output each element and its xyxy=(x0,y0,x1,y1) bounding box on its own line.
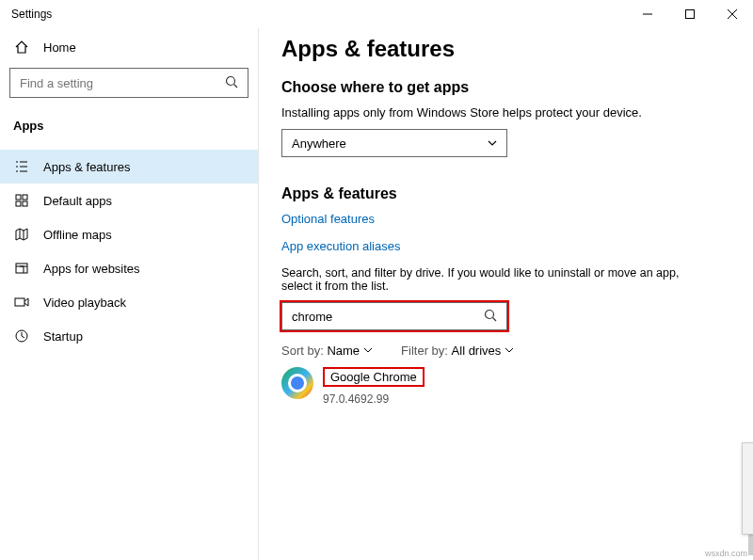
filter-dropdown[interactable]: All drives xyxy=(452,344,515,358)
app-version: 97.0.4692.99 xyxy=(323,392,425,406)
default-apps-icon xyxy=(13,193,30,208)
svg-rect-15 xyxy=(23,201,27,206)
app-search-input[interactable] xyxy=(292,310,484,324)
home-icon xyxy=(13,40,30,55)
sidebar-item-startup[interactable]: Startup xyxy=(0,319,258,353)
svg-rect-14 xyxy=(16,201,21,206)
home-label: Home xyxy=(43,40,76,55)
websites-icon xyxy=(13,261,30,276)
startup-icon xyxy=(13,328,30,344)
subheading-source: Choose where to get apps xyxy=(281,79,730,96)
svg-rect-20 xyxy=(15,298,24,306)
video-icon xyxy=(13,295,30,310)
svg-rect-1 xyxy=(685,10,694,19)
sidebar-item-default-apps[interactable]: Default apps xyxy=(0,184,258,217)
svg-line-23 xyxy=(22,336,24,338)
sidebar-nav-list: Apps & features Default apps Offline map… xyxy=(0,150,258,353)
sidebar-item-label: Apps for websites xyxy=(43,262,140,276)
sidebar-search[interactable] xyxy=(9,68,248,98)
link-optional-features[interactable]: Optional features xyxy=(281,212,730,226)
search-icon xyxy=(225,75,238,91)
sidebar-item-label: Offline maps xyxy=(43,228,112,242)
sidebar: Home Apps Apps & features Default apps O… xyxy=(0,28,259,560)
svg-point-24 xyxy=(486,310,494,318)
maximize-button[interactable] xyxy=(668,0,711,28)
chevron-down-icon xyxy=(488,136,497,151)
svg-line-25 xyxy=(493,317,497,321)
chevron-down-icon xyxy=(505,344,514,358)
sort-dropdown[interactable]: Name xyxy=(327,344,373,358)
sort-label: Sort by: xyxy=(281,344,324,358)
svg-line-5 xyxy=(234,84,238,88)
app-name: Google Chrome xyxy=(323,367,425,387)
home-nav[interactable]: Home xyxy=(0,32,258,62)
filter-description: Search, sort, and filter by drive. If yo… xyxy=(281,266,696,293)
sidebar-item-offline-maps[interactable]: Offline maps xyxy=(0,217,258,251)
map-icon xyxy=(13,227,30,242)
app-list-item[interactable]: Google Chrome 97.0.4692.99 xyxy=(281,367,696,406)
link-app-execution-aliases[interactable]: App execution aliases xyxy=(281,239,730,253)
titlebar: Settings xyxy=(0,0,753,28)
apps-list-icon xyxy=(13,159,30,174)
sidebar-item-apps-features[interactable]: Apps & features xyxy=(0,150,258,184)
page-heading: Apps & features xyxy=(281,36,730,62)
close-button[interactable] xyxy=(711,0,753,28)
sidebar-item-label: Apps & features xyxy=(43,160,131,174)
watermark-text: wsxdn.com xyxy=(705,549,747,558)
search-icon xyxy=(484,309,497,325)
sidebar-item-label: Video playback xyxy=(43,296,126,310)
app-source-value: Anywhere xyxy=(292,136,346,151)
sidebar-item-label: Startup xyxy=(43,329,83,344)
section2-heading: Apps & features xyxy=(281,185,730,202)
sidebar-section-label: Apps xyxy=(0,111,258,140)
chevron-down-icon xyxy=(363,344,373,358)
svg-point-4 xyxy=(227,76,235,85)
chrome-icon xyxy=(281,367,313,399)
app-search[interactable] xyxy=(281,302,507,330)
sidebar-item-apps-for-websites[interactable]: Apps for websites xyxy=(0,251,258,285)
sort-filter-row: Sort by: Name Filter by: All drives xyxy=(281,344,730,358)
window-title: Settings xyxy=(11,8,52,21)
svg-rect-12 xyxy=(16,195,21,200)
sidebar-item-video-playback[interactable]: Video playback xyxy=(0,285,258,319)
svg-rect-18 xyxy=(16,264,27,273)
uninstall-confirm-popup: This app and its related info will be un… xyxy=(742,442,753,535)
sidebar-item-label: Default apps xyxy=(43,194,112,208)
svg-rect-13 xyxy=(23,195,27,200)
store-hint: Installing apps only from Windows Store … xyxy=(281,105,730,120)
sidebar-search-input[interactable] xyxy=(20,76,225,90)
app-source-select[interactable]: Anywhere xyxy=(281,129,507,157)
filter-label: Filter by: xyxy=(401,344,448,358)
content-pane: Apps & features Choose where to get apps… xyxy=(259,28,753,560)
minimize-button[interactable] xyxy=(626,0,668,28)
